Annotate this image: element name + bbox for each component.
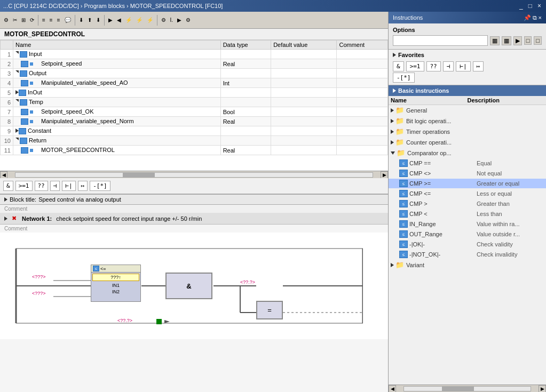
tree-inst-item[interactable]: ≤-|OK|-Check validity [389, 239, 546, 250]
options-icon-btn-2[interactable]: ▦ [502, 36, 511, 45]
right-pin-btn[interactable]: 📌 [524, 14, 531, 21]
ladder-area[interactable]: <???> <???> <??.?> <??.?> [0, 233, 388, 339]
table-row[interactable]: 5InOut [1, 88, 388, 98]
table-row[interactable]: 6Temp [1, 98, 388, 107]
row-expand-icon[interactable] [15, 51, 19, 56]
inst-scroll-track[interactable] [403, 386, 531, 391]
tree-inst-item[interactable]: ≤CMP >=Greater or equal [389, 179, 546, 189]
eq-block[interactable]: = [256, 301, 283, 319]
table-row[interactable]: 8Manipulated_variable_speed_NormReal [1, 117, 388, 126]
tree-inst-item[interactable]: ≤CMP <Less than [389, 209, 546, 219]
options-search-input[interactable] [393, 35, 488, 46]
table-row[interactable]: 10Return [1, 136, 388, 146]
instructions-expand-icon[interactable] [393, 89, 396, 93]
tree-inst-item[interactable]: ≤CMP ==Equal [389, 158, 546, 169]
toolbar-btn-11[interactable]: ⬇ [94, 16, 102, 24]
tree-folder-item[interactable]: 📁Bit logic operati... [389, 116, 546, 126]
fav-ncc[interactable]: ⊢| [62, 181, 75, 191]
scroll-right-btn[interactable]: ▶ [381, 171, 388, 179]
options-icon-btn-3[interactable]: □ [524, 36, 532, 45]
toolbar-btn-10[interactable]: ⬆ [86, 16, 93, 24]
variable-table-scroll[interactable]: Name Data type Default value Comment 1In… [0, 40, 388, 171]
network-expand-icon[interactable] [4, 217, 7, 221]
toolbar-btn-6[interactable]: ≡ [48, 16, 54, 24]
fav-box[interactable]: -[*] [90, 181, 110, 191]
inst-scrollbar[interactable]: ◀ ▶ [389, 385, 546, 392]
and-block[interactable]: & [165, 273, 212, 299]
inst-scroll-right[interactable]: ▶ [539, 385, 546, 393]
toolbar-btn-7[interactable]: ≡ [56, 16, 62, 24]
scroll-track[interactable] [15, 172, 373, 178]
options-icon-btn-1[interactable]: ▦ [490, 36, 500, 45]
tree-inst-item[interactable]: ≤-|NOT_OK|-Check invalidity [389, 250, 546, 260]
toolbar-btn-4[interactable]: ⟳ [28, 16, 36, 24]
fav-chip-and[interactable]: & [393, 61, 404, 71]
cmp-block[interactable]: ≤ <= ???↑ IN1 IN2 [91, 265, 141, 302]
table-row[interactable]: 9Constant [1, 126, 388, 136]
favorites-header[interactable]: Favorites [393, 52, 542, 58]
table-row[interactable]: 2Setpoint_speedReal [1, 59, 388, 69]
fav-chip-box[interactable]: -[*] [393, 73, 415, 83]
tree-folder-item[interactable]: 📁Timer operations [389, 126, 546, 137]
inst-scroll-left[interactable]: ◀ [389, 385, 396, 393]
row-default [271, 98, 337, 107]
fav-coil[interactable]: ↦ [78, 181, 88, 191]
toolbar-btn-20[interactable]: ⚙ [184, 16, 192, 24]
toolbar-btn-1[interactable]: ⚙ [2, 16, 10, 24]
row-expand-icon[interactable] [15, 138, 19, 142]
toolbar-btn-12[interactable]: ▶ [107, 16, 114, 24]
fav-chip-or[interactable]: >=1 [406, 61, 424, 71]
maximize-btn[interactable]: □ [527, 2, 534, 10]
fav-and[interactable]: & [3, 181, 13, 191]
tree-folder-item[interactable]: 📁Counter operati... [389, 137, 546, 148]
toolbar-btn-14[interactable]: ⚡ [124, 16, 133, 24]
minimize-btn[interactable]: _ [518, 2, 525, 10]
col-comment: Comment [337, 41, 388, 50]
toolbar-btn-5[interactable]: ≡ [41, 16, 47, 24]
toolbar-btn-16[interactable]: ⚡ [145, 16, 155, 24]
table-row[interactable]: 4Manipulated_variable_speed_AOInt [1, 78, 388, 88]
options-icon-btn-4[interactable]: □ [534, 36, 542, 45]
right-close-btn[interactable]: × [539, 14, 542, 21]
toolbar-btn-9[interactable]: ⬇ [77, 16, 85, 24]
tree-folder-item[interactable]: 📁General [389, 105, 546, 116]
options-icon-btn-arrow[interactable]: ▶ [513, 36, 522, 45]
close-btn[interactable]: × [536, 2, 543, 10]
table-row[interactable]: 1Input [1, 50, 388, 59]
tree-inst-item[interactable]: ≤IN_RangeValue within ra... [389, 219, 546, 229]
tree-folder-item[interactable]: 📁Comparator op... [389, 148, 546, 158]
fav-chip-noc[interactable]: ⊣ [443, 61, 454, 71]
inst-tree-scroll[interactable]: 📁General📁Bit logic operati...📁Timer oper… [389, 105, 546, 385]
toolbar-btn-3[interactable]: ⊞ [20, 16, 27, 24]
toolbar-btn-13[interactable]: ◀ [115, 16, 123, 24]
toolbar-btn-18[interactable]: I. [169, 16, 175, 24]
toolbar-btn-8[interactable]: 💬 [63, 16, 73, 24]
row-comment [337, 146, 388, 155]
fav-noc[interactable]: ⊣ [50, 181, 60, 191]
toolbar-btn-15[interactable]: ⚡ [134, 16, 144, 24]
row-icon [21, 109, 28, 115]
block-title-expand[interactable] [4, 197, 7, 202]
table-row[interactable]: 11MOTOR_SPEEDCONTROLReal [1, 146, 388, 155]
var-table-scrollbar[interactable]: ◀ ▶ [0, 171, 388, 178]
tree-folder-item[interactable]: 📁Variant [389, 260, 546, 270]
toolbar-btn-17[interactable]: ⚙ [160, 16, 168, 24]
right-undock-btn[interactable]: ⧉ [533, 14, 537, 21]
toolbar-btn-19[interactable]: ▶ [176, 16, 183, 24]
table-row[interactable]: 7Setpoint_speed_OKBool [1, 107, 388, 117]
fav-chip-q[interactable]: ?? [426, 61, 441, 71]
fav-ge1[interactable]: >=1 [15, 181, 33, 191]
tree-inst-item[interactable]: ≤CMP >Greater than [389, 199, 546, 209]
toolbar-btn-2[interactable]: ✂ [11, 16, 19, 24]
tree-inst-item[interactable]: ≤CMP <=Less or equal [389, 189, 546, 199]
row-expand-icon[interactable] [15, 99, 19, 104]
fav-chip-ncc[interactable]: ⊢| [456, 61, 470, 71]
fav-q[interactable]: ?? [35, 181, 48, 191]
scroll-left-btn[interactable]: ◀ [0, 171, 7, 179]
row-expand-icon[interactable] [15, 70, 19, 75]
tree-inst-item[interactable]: ≤OUT_RangeValue outside r... [389, 229, 546, 239]
table-row[interactable]: 3Output [1, 69, 388, 78]
tree-inst-item[interactable]: ≤CMP <>Not equal [389, 169, 546, 179]
right-panel-title: Instructions 📌 ⧉ × [389, 12, 546, 23]
fav-chip-coil[interactable]: ↦ [473, 61, 484, 71]
